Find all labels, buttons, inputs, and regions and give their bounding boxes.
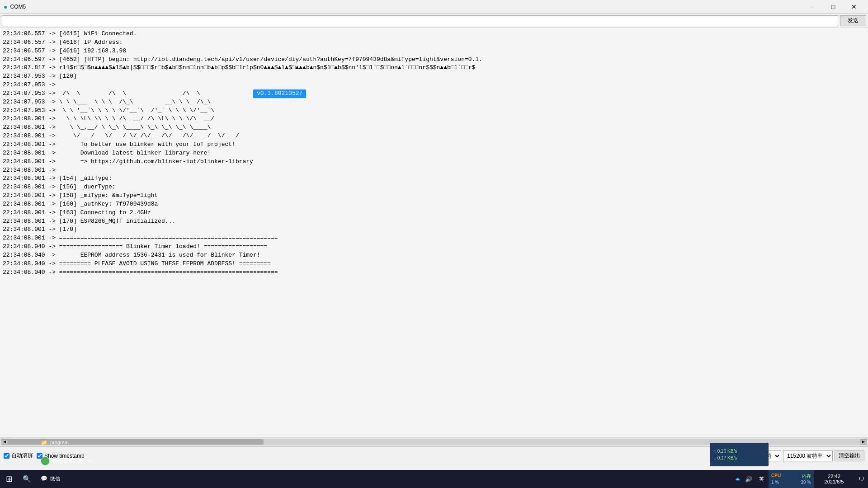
chrome-icon: ⬤ xyxy=(41,455,50,465)
scroll-left-button[interactable]: ◀ xyxy=(1,439,8,445)
log-line: 22:34:08.040 -> ========= PLEASE AVOID U… xyxy=(3,260,865,268)
wechat-icon: 💬 xyxy=(41,475,47,482)
send-input[interactable] xyxy=(2,15,838,26)
cpu-val-row: 1 % 39 % xyxy=(771,480,811,485)
log-line: 22:34:06.557 -> [4616] IP Address: xyxy=(3,38,865,47)
log-line: 22:34:07.953 -> /\ \ /\ \ /\ \ v0.3.8021… xyxy=(3,89,865,98)
log-line: 22:34:08.001 -> \ \_,__/ \ \_\ \____\ \_… xyxy=(3,123,865,132)
toolbar: 发送 xyxy=(0,14,868,28)
start-button[interactable]: ⊞ xyxy=(0,470,18,488)
language-tray[interactable]: 英 xyxy=(754,470,769,488)
log-line: 22:34:08.001 -> => https://github.com/bl… xyxy=(3,158,865,166)
log-line: 22:34:08.001 -> [163] Connecting to 2.4G… xyxy=(3,209,865,217)
log-line: 22:34:08.001 -> [156] _duerType: xyxy=(3,183,865,192)
network-tray-icon[interactable]: ⏶ xyxy=(732,470,743,488)
autoscroll-label: 自动滚屏 xyxy=(11,452,33,460)
cpu-value: 1 % xyxy=(771,480,779,485)
log-line: 22:34:08.001 -> [170] xyxy=(3,225,865,234)
net-upload: ↑ 0.20 KB/s xyxy=(714,449,737,454)
log-line: 22:34:06.557 -> [4615] WiFi Connected. xyxy=(3,30,865,38)
taskbar-item-label: 参与/回复主题 - A... xyxy=(52,457,95,464)
log-line: 22:34:07.953 -> [120] xyxy=(3,72,865,81)
start-icon: ⊞ xyxy=(6,474,13,484)
title-text: ● COM5 xyxy=(4,3,26,10)
title-controls: ─ □ ✕ xyxy=(802,0,864,14)
speaker-tray-icon[interactable]: 🔊 xyxy=(743,470,754,488)
window-title: COM5 xyxy=(10,4,26,10)
log-line: 22:34:08.040 -> ================== Blink… xyxy=(3,243,865,251)
close-button[interactable]: ✕ xyxy=(844,0,864,14)
clear-button[interactable]: 清空输出 xyxy=(835,450,864,461)
mem-value: 39 % xyxy=(801,480,811,485)
log-line: 22:34:08.001 -> [154] _aliType: xyxy=(3,174,865,183)
log-line: 22:34:08.040 -> ========================… xyxy=(3,268,865,277)
log-line: 22:34:08.040 -> EEPROM address 1536-2431… xyxy=(3,251,865,260)
cpu-row: CPU 内存 xyxy=(771,473,811,479)
net-upload-row: ↑ 0.20 KB/s xyxy=(714,449,764,454)
taskbar-right: ⏶ 🔊 英 CPU 内存 1 % 39 % 22:42 2021/6/5 🗨 xyxy=(732,470,868,488)
log-line: 22:34:06.557 -> [4616] 192.168.3.98 xyxy=(3,47,865,56)
taskbar-item-label: program xyxy=(50,440,69,445)
net-download-row: ↓ 0.17 KB/s xyxy=(714,455,764,460)
folder-icon: 📁 xyxy=(41,439,47,446)
scroll-right-button[interactable]: ▶ xyxy=(860,439,867,445)
taskbar-items: 📁program⬤参与/回复主题 - A...💬微信∞program | Ard… xyxy=(35,434,101,488)
minimize-button[interactable]: ─ xyxy=(802,0,823,14)
log-line: 22:34:06.597 -> [4652] [HTTP] begin: htt… xyxy=(3,56,865,64)
title-bar: ● COM5 ─ □ ✕ xyxy=(0,0,868,14)
log-line: 22:34:08.001 -> \ \ \L\ \\ \ \ /\ __/ /\… xyxy=(3,115,865,123)
cpu-mem-widget: CPU 内存 1 % 39 % xyxy=(769,470,814,488)
net-download: ↓ 0.17 KB/s xyxy=(714,455,737,460)
maximize-button[interactable]: □ xyxy=(823,0,844,14)
taskbar-item-label: 微信 xyxy=(50,475,60,482)
notification-icon: 🗨 xyxy=(859,476,864,483)
log-line: 22:34:08.001 -> ========================… xyxy=(3,234,865,243)
log-line: 22:34:08.001 -> [160] _authKey: 7f970943… xyxy=(3,200,865,209)
cpu-label: CPU xyxy=(771,473,781,479)
clock[interactable]: 22:42 2021/6/5 xyxy=(814,470,854,488)
taskbar-item-chrome[interactable]: ⬤参与/回复主题 - A... xyxy=(35,452,101,470)
log-line: 22:34:08.001 -> \/___/ \/___/ \/_/\/___/… xyxy=(3,132,865,141)
clock-time: 22:42 xyxy=(828,474,840,479)
taskbar-search[interactable]: 🔍 xyxy=(18,470,35,488)
log-line: 22:34:08.001 -> [158] _miType: &miType=l… xyxy=(3,192,865,200)
baud-select[interactable]: 115200 波特率 xyxy=(783,450,833,461)
log-line: 22:34:08.001 -> [170] ESP8266_MQTT initi… xyxy=(3,217,865,226)
log-line: 22:34:07.953 -> \ \ '__`\ \ \ \ \/'__`\ … xyxy=(3,107,865,115)
log-line: 22:34:08.001 -> To better use blinker wi… xyxy=(3,141,865,149)
search-icon: 🔍 xyxy=(23,475,31,483)
log-line: 22:34:07.953 -> \ \ \___ \ \ \ /\_\ __\ … xyxy=(3,98,865,107)
taskbar-item-wechat[interactable]: 💬微信 xyxy=(35,470,101,488)
version-badge: v0.3.80210527 xyxy=(253,89,306,98)
autoscroll-checkbox-label[interactable]: 自动滚屏 xyxy=(4,452,33,460)
taskbar: ⊞ 🔍 📁program⬤参与/回复主题 - A...💬微信∞program |… xyxy=(0,470,868,488)
log-line: 22:34:07.953 -> xyxy=(3,81,865,89)
log-line: 22:34:08.001 -> xyxy=(3,166,865,175)
terminal-output[interactable]: 22:34:06.557 -> [4615] WiFi Connected.22… xyxy=(0,28,868,437)
send-button[interactable]: 发送 xyxy=(840,15,866,26)
log-line: 22:34:07.817 -> rl1$r□$□$n▲▲▲▲$▲l$▲b|$$□… xyxy=(3,64,865,72)
language-label: 英 xyxy=(759,476,764,483)
title-icon: ● xyxy=(4,3,7,10)
log-line: 22:34:08.001 -> Download latest blinker … xyxy=(3,149,865,158)
notification-button[interactable]: 🗨 xyxy=(854,470,868,488)
mem-label: 内存 xyxy=(802,473,811,479)
taskbar-item-explorer[interactable]: 📁program xyxy=(35,434,101,452)
network-widget: ↑ 0.20 KB/s ↓ 0.17 KB/s xyxy=(710,443,769,466)
clock-date: 2021/6/5 xyxy=(825,479,844,484)
autoscroll-checkbox[interactable] xyxy=(4,453,9,459)
